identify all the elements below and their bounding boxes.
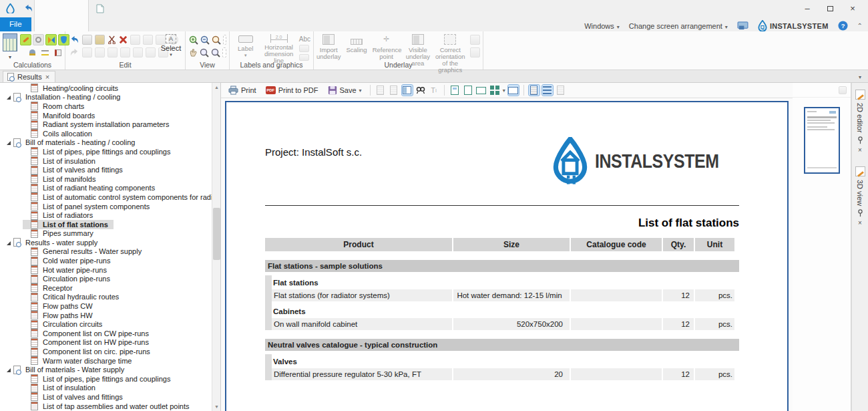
tree-item[interactable]: Hot water pipe-runs: [23, 265, 112, 275]
maximize-button[interactable]: [821, 3, 839, 13]
zoom-out-icon[interactable]: [200, 35, 210, 45]
tab-results[interactable]: Results: [3, 71, 55, 82]
tree-item[interactable]: List of valves and fittings: [23, 392, 128, 402]
collapse-ribbon-icon[interactable]: ⌃: [857, 22, 863, 29]
tree-item[interactable]: List of flat stations: [23, 220, 114, 229]
tree-item[interactable]: General results - Water supply: [23, 247, 147, 257]
tree-item[interactable]: Component list on circ. pipe-runs: [23, 347, 156, 356]
tree-item[interactable]: List of tap assemblies and water outlet …: [23, 402, 195, 411]
whole-page-icon[interactable]: [449, 85, 460, 96]
paste-icon[interactable]: [95, 35, 105, 45]
find-icon[interactable]: [415, 85, 426, 96]
preview-canvas[interactable]: Project: InstalSoft s.c. INSTALSYSTEM Li…: [221, 98, 793, 411]
sheet-edit-icon[interactable]: [52, 47, 63, 58]
select-button[interactable]: A Select ▾: [160, 34, 182, 57]
user-options-icon[interactable]: [27, 47, 38, 58]
heating-calculation-icon[interactable]: [20, 34, 31, 45]
minimize-button[interactable]: –: [799, 3, 816, 13]
page-height-icon[interactable]: [463, 85, 473, 96]
tree-item[interactable]: Cold water pipe-runs: [23, 256, 116, 265]
tree-item[interactable]: Circulation circuits: [23, 319, 107, 329]
expand-triangle-icon[interactable]: [5, 366, 12, 373]
expand-triangle-icon[interactable]: [5, 239, 12, 246]
tree-item[interactable]: Installation - heating / cooling: [5, 93, 126, 102]
copy-icon[interactable]: [82, 35, 92, 45]
windows-menu[interactable]: Windows: [584, 22, 620, 30]
expand-triangle-icon[interactable]: [5, 94, 12, 100]
tree-item[interactable]: List of pipes, pipe fittings and couplin…: [23, 374, 176, 384]
close-icon[interactable]: ×: [858, 147, 862, 154]
page-thumbnail[interactable]: [804, 107, 840, 174]
save-report-button[interactable]: Save ▾: [324, 84, 365, 96]
tree-item[interactable]: Bill of materials - Water supply: [5, 365, 130, 374]
columns-view-icon[interactable]: [402, 85, 413, 96]
fit-width-icon[interactable]: [508, 85, 519, 96]
tree-item[interactable]: Component list on HW pipe-runs: [23, 338, 154, 348]
tree-item[interactable]: List of valves and fittings: [23, 165, 128, 174]
thumbnail-options-icon[interactable]: [839, 86, 847, 94]
monitor-icon[interactable]: [737, 21, 748, 31]
structure-panel-icon[interactable]: [542, 85, 553, 96]
tab-2d-editor[interactable]: 2D editor ×: [855, 90, 865, 154]
tree-item[interactable]: Bill of materials - heating / cooling: [5, 138, 140, 148]
zoom-extents-icon[interactable]: [212, 35, 221, 45]
scroll-down-icon[interactable]: ▼: [212, 402, 221, 411]
tab-main-tools[interactable]: Main tools: [34, 0, 89, 31]
panel-menu-icon[interactable]: ▾: [852, 74, 868, 82]
tree-item[interactable]: Coils allocation: [23, 129, 97, 138]
zoom-selected-icon[interactable]: [211, 48, 220, 57]
tab-file[interactable]: File: [0, 17, 31, 31]
screen-arrangement-menu[interactable]: Change screen arrangement: [629, 22, 728, 30]
cut-icon[interactable]: [107, 35, 116, 44]
tree-item[interactable]: Critical hydraulic routes: [23, 293, 124, 302]
tree-item[interactable]: Pipes summary: [23, 229, 99, 239]
undo-icon[interactable]: [22, 3, 34, 14]
pan-icon[interactable]: [189, 48, 198, 57]
print-button[interactable]: Print: [225, 84, 260, 96]
multi-page-icon[interactable]: [489, 85, 500, 96]
tree-item[interactable]: List of insulation: [23, 384, 101, 393]
close-button[interactable]: ×: [844, 3, 861, 13]
chevron-down-icon[interactable]: ▾: [9, 54, 11, 60]
tree-item[interactable]: List of radiators: [23, 211, 98, 220]
tree-item[interactable]: List of pipes, pipe fittings and couplin…: [23, 147, 176, 156]
tree-item[interactable]: Circulation pipe-runs: [23, 274, 116, 283]
zoom-in-icon[interactable]: [189, 35, 198, 45]
heat-cool-calculation-icon[interactable]: [45, 34, 57, 45]
tree-item[interactable]: List of panel system components: [23, 202, 155, 211]
tree-item[interactable]: Heating/cooling circuits: [23, 84, 124, 93]
expand-triangle-icon[interactable]: [5, 139, 12, 146]
zoom-previous-icon[interactable]: [200, 48, 209, 57]
tree-item[interactable]: Flow paths CW: [23, 301, 98, 311]
print-to-pdf-button[interactable]: PDF Print to PDF: [262, 85, 322, 96]
scrollbar-thumb[interactable]: [213, 208, 220, 261]
app-home-icon[interactable]: [4, 3, 16, 14]
zoom-window-icon[interactable]: [223, 35, 226, 45]
view-region-icon[interactable]: [222, 47, 226, 57]
pin-icon[interactable]: [857, 136, 863, 144]
tab-3d-view[interactable]: 3D view ×: [855, 166, 865, 227]
help-icon[interactable]: ?: [838, 21, 848, 31]
tree-item[interactable]: Warm water discharge time: [23, 356, 137, 366]
tree-item[interactable]: List of radiant heating components: [23, 184, 160, 193]
thumbnails-panel-icon[interactable]: [529, 85, 539, 96]
manifold-options-icon[interactable]: [39, 47, 51, 58]
close-tab-icon[interactable]: [45, 73, 49, 81]
delete-icon[interactable]: [119, 35, 128, 44]
tree-item[interactable]: Receptor: [23, 283, 78, 293]
tree-item[interactable]: Radiant system installation parameters: [23, 120, 175, 129]
tree-item[interactable]: Component list on CW pipe-runs: [23, 329, 154, 338]
new-document-icon[interactable]: [94, 3, 106, 14]
close-icon[interactable]: ×: [858, 220, 862, 227]
tree-item[interactable]: List of automatic control system compone…: [23, 192, 221, 202]
pin-icon[interactable]: [857, 209, 863, 217]
tree-item[interactable]: List of manifolds: [23, 174, 101, 184]
tree-item[interactable]: List of insulation: [23, 156, 101, 166]
tree-item[interactable]: Flow paths HW: [23, 311, 98, 320]
tree-item[interactable]: Manifold boards: [23, 111, 100, 120]
undo-icon[interactable]: [69, 35, 79, 44]
tree-item[interactable]: Room charts: [23, 102, 89, 111]
tree-item[interactable]: Results - water supply: [5, 238, 103, 247]
page-width-icon[interactable]: [476, 85, 487, 96]
scroll-up-icon[interactable]: ▲: [212, 83, 221, 92]
